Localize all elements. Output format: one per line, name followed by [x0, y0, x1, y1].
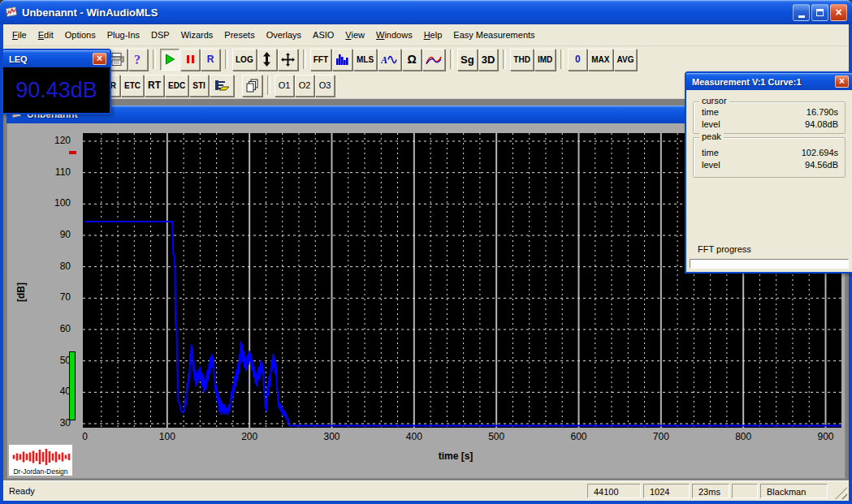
menu-plug-ins[interactable]: Plug-Ins: [102, 28, 145, 42]
help-icon: ?: [133, 53, 143, 67]
measurement-titlebar[interactable]: Measurement V:1 Curve:1 ×: [686, 73, 852, 90]
statusbar: Ready 44100 1024 23ms Blackman: [3, 480, 849, 501]
measurement-window: Measurement V:1 Curve:1 × cursor time16.…: [685, 71, 852, 274]
copy-overlay-button[interactable]: [242, 75, 262, 97]
menu-options[interactable]: Options: [59, 28, 102, 42]
x-tick-label: 500: [478, 431, 514, 442]
cursor-level-label: level: [702, 118, 720, 131]
menu-presets[interactable]: Presets: [218, 28, 260, 42]
zoom-vertical-button[interactable]: [257, 49, 277, 71]
y-tick-label: 110: [43, 166, 71, 178]
close-button[interactable]: ×: [830, 4, 847, 21]
toolbar-separator: [303, 50, 306, 69]
peak-time-label: time: [702, 147, 719, 159]
fft-progress-bar: [690, 259, 849, 269]
x-axis-title: time [s]: [374, 450, 537, 462]
impedance-button[interactable]: Ω: [402, 49, 422, 71]
main-titlebar[interactable]: Unbenannt - WinAudioMLS ×: [0, 0, 852, 24]
toolbar-row1: ?RLOGFFTMLSAΩSg3DTHDIMD0MAXAVG: [3, 46, 849, 72]
leq-titlebar[interactable]: LEQ ×: [3, 50, 110, 67]
play-button[interactable]: [160, 49, 179, 71]
menu-asio[interactable]: ASIO: [307, 28, 340, 42]
x-tick-label: 0: [67, 431, 103, 442]
pause-button[interactable]: [180, 49, 200, 71]
menubar: FileEditOptionsPlug-InsDSPWizardsPresets…: [3, 24, 849, 46]
measurement-close-button[interactable]: ×: [835, 75, 849, 88]
waveform-logo-icon: [11, 446, 71, 467]
menu-dsp[interactable]: DSP: [145, 28, 175, 42]
overlay-1-button[interactable]: O1: [275, 75, 294, 97]
imd-button[interactable]: IMD: [534, 49, 556, 71]
zero-button[interactable]: 0: [568, 49, 587, 71]
menu-windows[interactable]: Windows: [370, 28, 418, 42]
avg-button[interactable]: AVG: [614, 49, 638, 71]
svg-text:A: A: [381, 54, 387, 66]
resize-grip[interactable]: [835, 487, 847, 499]
menu-file[interactable]: File: [6, 28, 32, 42]
menu-overlays[interactable]: Overlays: [261, 28, 307, 42]
y-tick-label: 90: [43, 229, 71, 240]
signal-button[interactable]: A: [378, 49, 401, 71]
peak-groupbox: peak time102.694s level94.56dB: [693, 137, 846, 178]
etc-button[interactable]: ETC: [121, 75, 144, 97]
mls-button[interactable]: MLS: [353, 49, 377, 71]
leq-close-button[interactable]: ×: [93, 53, 106, 65]
minimize-button[interactable]: [793, 4, 810, 21]
move-button[interactable]: [278, 49, 298, 71]
status-latency: 23ms: [692, 484, 729, 498]
logo-text: Dr-Jordan-Design: [13, 467, 67, 476]
menu-help[interactable]: Help: [418, 28, 448, 42]
transfer-curve-button[interactable]: [422, 49, 445, 71]
threed-button[interactable]: 3D: [478, 49, 499, 71]
edc-button[interactable]: EDC: [165, 75, 188, 97]
menu-edit[interactable]: Edit: [32, 28, 59, 42]
thd-button[interactable]: THD: [510, 49, 534, 71]
menu-easy-measurements[interactable]: Easy Measurements: [448, 28, 540, 42]
sti-button[interactable]: STI: [189, 75, 209, 97]
menu-view[interactable]: View: [340, 28, 370, 42]
fft-button[interactable]: FFT: [310, 49, 331, 71]
measurement-body: cursor time16.790s level94.08dB peak tim…: [686, 90, 852, 272]
y-tick-label: 50: [43, 355, 71, 366]
cursor-time-label: time: [702, 106, 719, 118]
minimize-icon: [798, 15, 805, 18]
signal-generator-button[interactable]: Sg: [457, 49, 478, 71]
x-tick-label: 600: [561, 431, 597, 442]
x-tick-label: 700: [643, 431, 679, 442]
toolbar-separator: [153, 50, 156, 69]
fft-progress-label: FFT progress: [698, 244, 751, 254]
spectrum-button[interactable]: [332, 49, 352, 71]
maximize-icon: [816, 9, 824, 16]
rt-button[interactable]: RT: [145, 75, 164, 97]
level-meter-bar: [69, 351, 76, 420]
menu-wizards[interactable]: Wizards: [175, 28, 219, 42]
max-button[interactable]: MAX: [588, 49, 612, 71]
toolbar-separator: [503, 50, 506, 69]
y-tick-label: 30: [43, 417, 71, 429]
record-button[interactable]: R: [201, 49, 220, 71]
log-scale-button[interactable]: LOG: [232, 49, 257, 71]
peak-marker-icon: [69, 151, 76, 154]
app-icon: [5, 6, 18, 19]
status-window-function: Blackman: [760, 484, 828, 498]
window-title: Unbenannt - WinAudioMLS: [22, 6, 793, 19]
cursor-time-value: 16.790s: [807, 106, 838, 118]
help-button[interactable]: ?: [128, 49, 148, 71]
peak-group-label: peak: [699, 131, 724, 141]
cursor-level-value: 94.08dB: [805, 118, 838, 131]
play-icon: [165, 54, 175, 65]
calibrate-button[interactable]: [210, 75, 234, 97]
status-samplerate: 44100: [587, 484, 641, 498]
toolbar-separator: [267, 75, 270, 95]
x-tick-label: 200: [231, 431, 267, 442]
x-tick-label: 900: [808, 431, 844, 442]
status-text: Ready: [3, 486, 587, 496]
y-tick-label: 70: [43, 291, 71, 303]
sine-icon: A: [381, 54, 398, 66]
y-tick-label: 100: [43, 197, 71, 209]
overlay-2-button[interactable]: O2: [295, 75, 314, 97]
overlay-3-button[interactable]: O3: [315, 75, 335, 97]
toolbar-separator: [225, 50, 228, 69]
cursor-group-label: cursor: [699, 96, 729, 106]
maximize-button[interactable]: [811, 4, 828, 21]
